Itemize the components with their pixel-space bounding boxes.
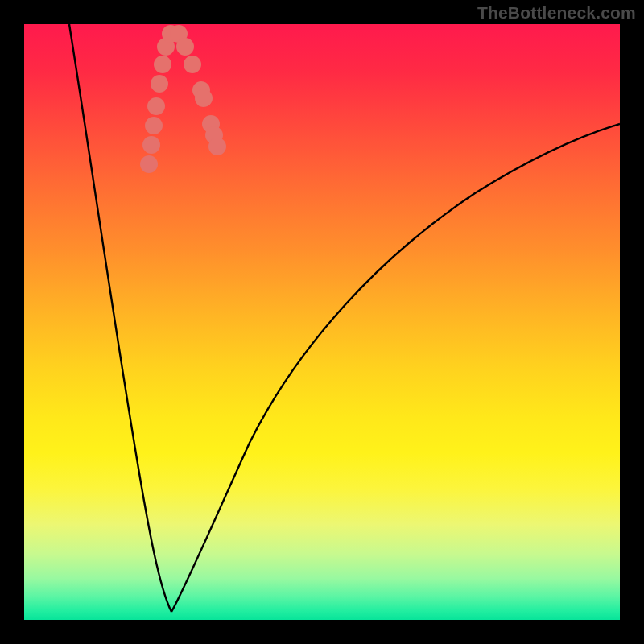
data-markers xyxy=(140,25,226,173)
plot-area xyxy=(24,24,620,620)
watermark-text: TheBottleneck.com xyxy=(477,3,636,23)
data-marker xyxy=(154,56,171,73)
data-marker xyxy=(208,138,226,155)
data-marker xyxy=(176,38,194,56)
data-marker xyxy=(145,117,163,134)
data-marker xyxy=(142,136,160,154)
data-marker xyxy=(147,97,165,115)
data-marker xyxy=(195,89,213,107)
data-marker xyxy=(151,75,168,93)
data-marker xyxy=(184,56,201,73)
data-marker xyxy=(140,155,158,173)
chart-svg xyxy=(24,24,620,620)
chart-frame: TheBottleneck.com xyxy=(0,0,644,644)
curve-right-branch xyxy=(171,124,620,612)
